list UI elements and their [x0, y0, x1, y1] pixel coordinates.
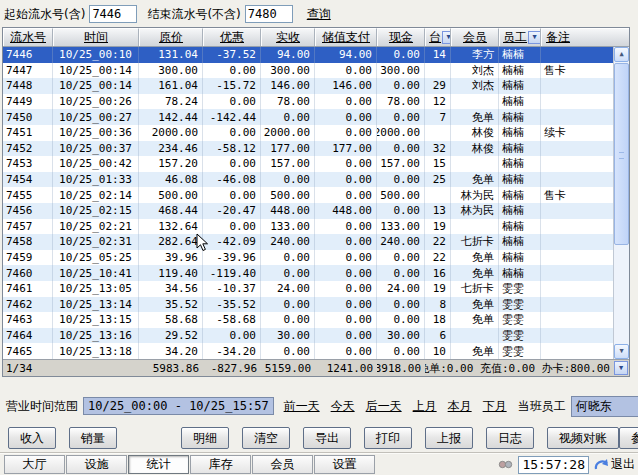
vertical-scrollbar[interactable]: ▲ ▼ [613, 47, 629, 359]
cell [451, 94, 499, 110]
table-row[interactable]: 746410/25_13:1629.520.0030.000.0030.006雯… [3, 328, 613, 344]
tab-库存[interactable]: 库存 [190, 455, 251, 474]
cell: 七折卡 [451, 234, 499, 250]
cell: 0.00 [203, 63, 261, 79]
cell: 7465 [3, 343, 53, 359]
column-header-1[interactable]: 时间 [53, 28, 139, 46]
end-serial-input[interactable] [245, 5, 293, 23]
cell: 0.00 [315, 265, 377, 281]
table-row[interactable]: 744710/25_00:14300.000.00300.000.00300.0… [3, 63, 613, 79]
tab-大厅[interactable]: 大厅 [4, 455, 65, 474]
column-header-7[interactable]: 台▼ [425, 28, 451, 46]
action-button-导出[interactable]: 导出 [303, 427, 351, 449]
cell: 29.52 [139, 328, 203, 344]
action-button-日志[interactable]: 日志 [486, 427, 534, 449]
table-row[interactable]: 744910/25_00:2678.240.0078.000.0078.0012… [3, 94, 613, 110]
date-nav-link-0[interactable]: 前一天 [284, 398, 320, 415]
cell: 续卡 [541, 125, 613, 141]
table-row[interactable]: 745610/25_02:15468.44-20.47448.00448.000… [3, 203, 613, 219]
action-button-上报[interactable]: 上报 [425, 427, 473, 449]
table-row[interactable]: 746110/25_13:0534.56-10.3724.000.0024.00… [3, 281, 613, 297]
filter-dropdown-icon[interactable]: ▼ [528, 31, 541, 44]
cell [541, 312, 613, 328]
cell [541, 281, 613, 297]
column-header-4[interactable]: 实收 [261, 28, 315, 46]
table-row[interactable]: 745010/25_00:27142.44-142.440.000.000.00… [3, 109, 613, 125]
action-button-参数[interactable]: 参数 [619, 427, 638, 449]
table-row[interactable]: 745110/25_00:362000.000.002000.000.00200… [3, 125, 613, 141]
date-nav-link-1[interactable]: 今天 [331, 398, 355, 415]
table-row[interactable]: 745410/25_01:3346.08-46.080.000.000.0025… [3, 172, 613, 188]
column-header-3[interactable]: 优惠 [203, 28, 261, 46]
tab-设置[interactable]: 设置 [314, 455, 375, 474]
cell: 177.00 [261, 141, 315, 157]
cell: 10/25_13:15 [53, 312, 139, 328]
action-button-视频对账[interactable]: 视频对账 [547, 427, 619, 449]
action-button-打印[interactable]: 打印 [364, 427, 412, 449]
date-nav-links: 前一天今天后一天上月本月下月 [284, 398, 518, 415]
table-row[interactable]: 745910/25_05:2539.96-39.960.000.000.0022… [3, 250, 613, 266]
pos-statistics-window: 起始流水号(含) 结束流水号(不含) 查询 流水号时间原价优惠实收储值支付现金台… [0, 0, 638, 475]
column-header-6[interactable]: 现金 [377, 28, 425, 46]
link-status-icon [498, 460, 513, 469]
cell: 7457 [3, 219, 53, 235]
column-header-9[interactable]: 员工▼ [499, 28, 541, 46]
filter-dropdown-icon[interactable]: ▼ [442, 31, 451, 44]
date-nav-link-2[interactable]: 后一天 [366, 398, 402, 415]
action-button-销量[interactable]: 销量 [69, 427, 117, 449]
date-nav-link-4[interactable]: 本月 [448, 398, 472, 415]
column-header-2[interactable]: 原价 [139, 28, 203, 46]
table-row[interactable]: 745810/25_02:31282.64-42.09240.000.00240… [3, 234, 613, 250]
cell: 24.00 [377, 281, 425, 297]
action-button-明细[interactable]: 明细 [181, 427, 229, 449]
scroll-up-icon[interactable]: ▲ [614, 47, 629, 62]
cell: 300.00 [261, 63, 315, 79]
cell: 30.00 [377, 328, 425, 344]
date-nav-link-5[interactable]: 下月 [483, 398, 507, 415]
cell [541, 250, 613, 266]
column-header-0[interactable]: 流水号 [3, 28, 53, 46]
cell: 楠楠 [499, 109, 541, 125]
table-row[interactable]: 746210/25_13:1435.52-35.520.000.000.008免… [3, 297, 613, 313]
footer-total: 5159.00 [261, 360, 315, 376]
tab-统计[interactable]: 统计 [128, 455, 189, 474]
column-header-8[interactable]: 会员 [451, 28, 499, 46]
action-button-清空[interactable]: 清空 [242, 427, 290, 449]
column-header-10[interactable]: 备注 [541, 28, 629, 46]
cell: 楠楠 [499, 265, 541, 281]
action-button-收入[interactable]: 收入 [8, 427, 56, 449]
table-row[interactable]: 745210/25_00:37234.46-58.12177.00177.000… [3, 141, 613, 157]
tab-设施[interactable]: 设施 [66, 455, 127, 474]
exit-button[interactable]: 退出 [594, 456, 635, 473]
table-row[interactable]: 745510/25_02:14500.000.00500.000.00500.0… [3, 187, 613, 203]
table-row[interactable]: 746310/25_13:1558.68-58.680.000.000.0018… [3, 312, 613, 328]
tab-会员[interactable]: 会员 [252, 455, 313, 474]
table-row[interactable]: 746010/25_10:41119.40-119.400.000.000.00… [3, 265, 613, 281]
date-nav-link-3[interactable]: 上月 [413, 398, 437, 415]
column-header-5[interactable]: 储值支付 [315, 28, 377, 46]
cell: 10/25_02:14 [53, 187, 139, 203]
cell: 7448 [3, 78, 53, 94]
cell: 0.00 [315, 234, 377, 250]
scroll-down-icon[interactable]: ▼ [614, 344, 629, 359]
table-row[interactable]: 744810/25_00:14161.04-15.72146.00146.000… [3, 78, 613, 94]
query-link[interactable]: 查询 [307, 6, 331, 23]
cell: 10/25_00:37 [53, 141, 139, 157]
scrollbar-thumb[interactable] [614, 63, 629, 245]
cell: 10/25_13:16 [53, 328, 139, 344]
footer-total: 5983.86 [139, 360, 203, 376]
start-serial-input[interactable] [89, 5, 137, 23]
table-row[interactable]: 745710/25_02:21132.640.00133.000.00133.0… [3, 219, 613, 235]
scrollbar-track[interactable] [614, 245, 629, 344]
cell [541, 234, 613, 250]
cell: 免单 [451, 297, 499, 313]
cell [541, 78, 613, 94]
table-row[interactable]: 745310/25_00:42157.200.00157.000.00157.0… [3, 156, 613, 172]
cell: 楠楠 [499, 141, 541, 157]
table-row[interactable]: 744610/25_00:10131.04-37.5294.0094.000.0… [3, 47, 613, 63]
cell: -119.40 [203, 265, 261, 281]
cell: 7459 [3, 250, 53, 266]
table-row[interactable]: 746510/25_13:1834.20-34.200.000.000.0010… [3, 343, 613, 359]
cell: 7450 [3, 109, 53, 125]
footer-dropdown-icon[interactable]: ▼ [614, 361, 628, 375]
